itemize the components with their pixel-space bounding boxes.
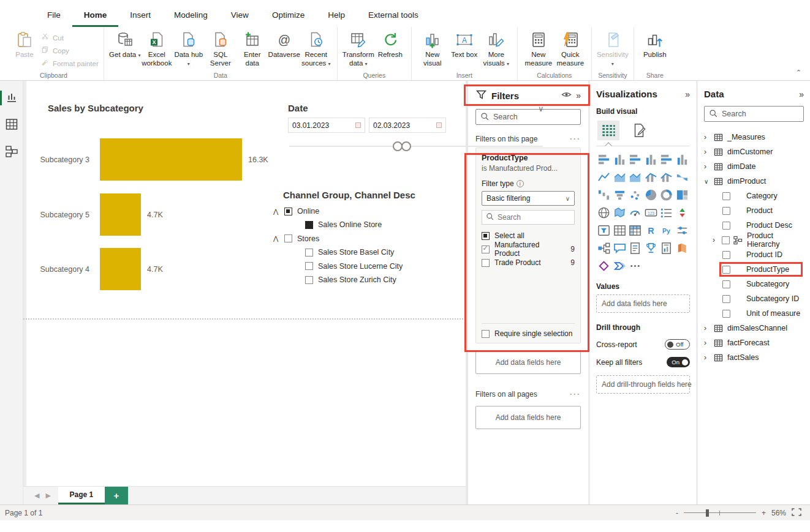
stacked-area-chart-icon[interactable] [628,170,643,184]
area-chart-icon[interactable] [612,170,627,184]
field-checkbox[interactable] [722,266,730,274]
require-single-selection-checkbox[interactable] [482,330,490,338]
power-apps-icon[interactable] [597,258,611,273]
publish-button[interactable]: Publish [639,30,671,70]
filters-search[interactable] [475,109,581,125]
expand-chevron-icon[interactable]: › [704,148,714,156]
data-field-product[interactable]: Product [704,203,804,218]
tree-slicer-item[interactable]: ⋀Online [273,204,319,218]
fit-to-page-icon[interactable] [792,508,801,518]
data-field-producttype[interactable]: ProductType [704,262,804,277]
excel-workbook-button[interactable]: XExcel workbook [141,30,173,70]
stacked-bar-chart-icon[interactable] [597,152,611,167]
data-field-product-id[interactable]: Product ID [704,247,804,262]
bar-1[interactable] [100,138,242,181]
sql-server-button[interactable]: SQL Server [205,30,237,70]
data-table-dimdate[interactable]: ›dimDate [704,159,804,174]
tree-slicer-item[interactable]: ⋀Stores [273,232,319,245]
hundred-stacked-bar-chart-icon[interactable] [659,152,674,167]
collapse-chevron-icon[interactable]: ⋀ [273,235,284,242]
date-start-input[interactable]: 03.01.2023 [288,118,365,133]
collapse-chevron-icon[interactable]: ∨ [704,178,714,185]
menu-item-help[interactable]: Help [316,10,357,27]
filter-values-search-input[interactable] [498,213,570,222]
text-box-button[interactable]: AText box [449,30,480,70]
data-table-factforecast[interactable]: ›factForecast [704,335,804,350]
table-icon[interactable] [612,223,627,238]
data-table-dimproduct[interactable]: ∨dimProduct [704,174,804,189]
stacked-column-chart-icon[interactable] [612,152,627,167]
menu-item-insert[interactable]: Insert [118,10,162,27]
add-page-button[interactable]: + [105,487,128,504]
zoom-slider[interactable] [684,512,756,514]
filled-map-icon[interactable] [612,205,627,220]
power-automate-icon[interactable] [612,258,627,273]
field-checkbox[interactable] [722,236,730,244]
map-icon[interactable] [597,205,611,220]
paginated-report-icon[interactable] [659,241,674,255]
format-visual-tab[interactable] [628,121,650,140]
tree-item-checkbox[interactable] [284,208,292,215]
refresh-button[interactable]: Refresh [374,30,406,70]
more-visual-options-icon[interactable] [628,258,643,273]
tree-item-checkbox[interactable] [284,234,292,242]
key-influencers-icon[interactable] [675,223,689,238]
qa-visual-icon[interactable] [612,241,627,255]
decomposition-tree-icon[interactable] [597,241,611,255]
data-field-subcategory-id[interactable]: Subcategory ID [704,291,804,306]
treemap-icon[interactable] [675,187,689,202]
date-end-input[interactable]: 02.03.2023 [369,118,446,133]
hundred-stacked-column-chart-icon[interactable] [675,152,689,167]
more-options-icon[interactable]: ··· [570,390,581,399]
data-hub-button[interactable]: Data hub ▾ [173,30,205,70]
data-table-factsales[interactable]: ›factSales [704,350,804,365]
python-visual-icon[interactable]: Py [659,223,674,238]
clustered-bar-chart-icon[interactable] [628,152,643,167]
expand-chevron-icon[interactable]: › [704,353,714,362]
data-field-category[interactable]: Category [704,189,804,203]
scatter-chart-icon[interactable] [628,187,643,202]
cross-report-toggle[interactable]: Off [665,339,690,350]
tree-item-checkbox[interactable] [305,221,313,229]
pie-chart-icon[interactable] [643,187,658,202]
recent-sources-button[interactable]: Recent sources ▾ [300,30,332,70]
more-options-icon[interactable]: ··· [570,135,581,143]
field-checkbox[interactable] [722,280,730,288]
more-visuals-button[interactable]: More visuals ▾ [480,30,512,70]
tree-item-checkbox[interactable] [305,276,313,284]
tree-slicer-item[interactable]: Sales Store Zurich City [273,273,396,287]
filter-value-row[interactable]: Manufactured Product9 [482,242,575,256]
azure-map-icon[interactable] [628,205,643,220]
values-dropzone[interactable]: Add data fields here [596,294,690,313]
expand-chevron-icon[interactable]: › [713,236,722,244]
card-icon[interactable]: 123 [643,205,658,220]
kpi-icon[interactable] [675,205,689,220]
field-checkbox[interactable] [722,207,730,215]
enter-data-button[interactable]: Enter data [237,30,268,70]
matrix-icon[interactable] [628,223,643,238]
data-field-product-desc[interactable]: Product Desc [704,218,804,233]
page-prev-icon[interactable]: ◀ [34,492,39,500]
get-data-button[interactable]: Get data ▾ [109,30,141,70]
transform-data-button[interactable]: Transform data ▾ [343,30,374,70]
r-script-visual-icon[interactable]: R [643,223,658,238]
data-field-product-hierarchy[interactable]: ›Product Hierarchy [704,233,804,247]
filter-value-checkbox[interactable] [482,245,490,253]
tab-page-1[interactable]: Page 1 [58,487,105,504]
filter-value-checkbox[interactable] [482,259,490,267]
data-search[interactable] [704,106,804,122]
tree-item-checkbox[interactable] [305,262,313,270]
zoom-in-icon[interactable]: + [762,509,766,517]
collapse-data-icon[interactable]: » [799,89,804,99]
data-table--measures[interactable]: ›_Measures [704,130,804,144]
line-and-stacked-column-chart-icon[interactable] [643,170,658,184]
calendar-icon[interactable] [355,122,361,128]
field-checkbox[interactable] [722,222,730,230]
calendar-icon[interactable] [436,122,442,128]
collapse-chevron-icon[interactable]: ⋀ [273,208,284,215]
zoom-slider-handle[interactable] [706,509,709,517]
report-canvas[interactable]: Sales by Subcategory Subcategory 316.3KS… [23,81,466,486]
clustered-column-chart-icon[interactable] [643,152,658,167]
dataverse-button[interactable]: @Dataverse [268,30,300,70]
field-checkbox[interactable] [722,192,730,200]
